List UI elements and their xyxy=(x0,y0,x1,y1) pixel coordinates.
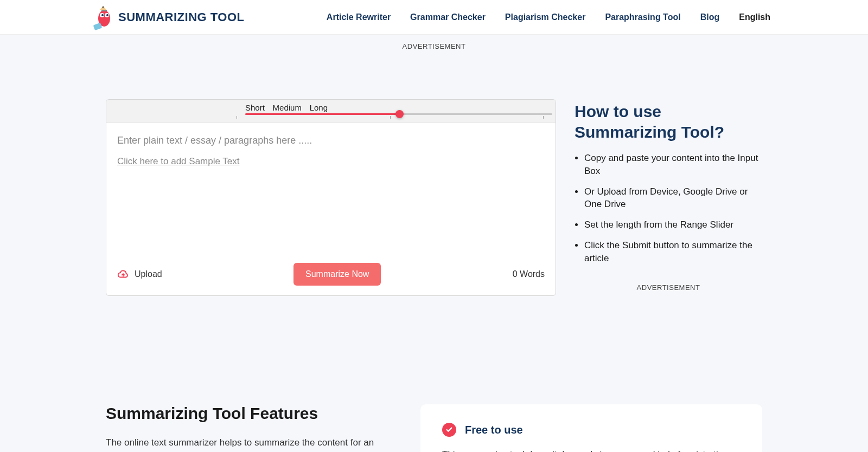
svg-point-4 xyxy=(106,14,108,16)
feature-description: This summarize tool doesn't demand signu… xyxy=(442,448,741,452)
features-card: Free to use This summarize tool doesn't … xyxy=(420,404,762,452)
main-container: Short Medium Long Enter plain text / ess… xyxy=(95,99,773,296)
word-count: 0 Words xyxy=(513,269,545,279)
howto-step: Or Upload from Device, Google Drive or O… xyxy=(584,185,762,211)
features-section: Summarizing Tool Features The online tex… xyxy=(95,404,773,452)
text-input-area[interactable]: Enter plain text / essay / paragraphs he… xyxy=(106,123,556,256)
howto-step: Copy and paste your content into the Inp… xyxy=(584,152,762,178)
upload-icon xyxy=(117,269,129,280)
logo[interactable]: SUMMARIZING TOOL xyxy=(92,4,244,30)
features-heading: Summarizing Tool Features xyxy=(106,404,388,423)
brand-name: SUMMARIZING TOOL xyxy=(118,10,244,24)
feature-title: Free to use xyxy=(465,424,523,436)
header: SUMMARIZING TOOL Article Rewriter Gramma… xyxy=(0,0,868,35)
svg-rect-8 xyxy=(101,10,107,11)
howto-steps: Copy and paste your content into the Inp… xyxy=(575,152,762,265)
length-slider-bar: Short Medium Long xyxy=(106,100,556,123)
sample-text-link[interactable]: Click here to add Sample Text xyxy=(117,156,240,167)
slider-fill xyxy=(245,113,399,115)
features-intro: Summarizing Tool Features The online tex… xyxy=(106,404,388,452)
ad-side-label: ADVERTISEMENT xyxy=(575,283,762,292)
check-icon xyxy=(442,423,456,437)
howto-step: Set the length from the Range Slider xyxy=(584,218,762,231)
upload-button[interactable]: Upload xyxy=(117,269,162,280)
howto-step: Click the Submit button to summarize the… xyxy=(584,239,762,265)
features-intro-text: The online text summarizer helps to summ… xyxy=(106,436,388,450)
upload-label: Upload xyxy=(135,269,162,279)
slider-ticks xyxy=(237,116,544,119)
slider-label-long: Long xyxy=(310,103,328,112)
nav-language[interactable]: English xyxy=(739,12,770,22)
slider-label-medium: Medium xyxy=(273,103,302,112)
summarizer-tool: Short Medium Long Enter plain text / ess… xyxy=(106,99,556,296)
howto-title: How to use Summarizing Tool? xyxy=(575,101,762,142)
svg-point-3 xyxy=(101,14,104,16)
length-slider[interactable] xyxy=(245,113,552,115)
nav-blog[interactable]: Blog xyxy=(700,12,720,22)
nav-plagiarism-checker[interactable]: Plagiarism Checker xyxy=(505,12,586,22)
slider-labels: Short Medium Long xyxy=(115,103,547,112)
summarize-button[interactable]: Summarize Now xyxy=(293,263,381,286)
nav-article-rewriter[interactable]: Article Rewriter xyxy=(327,12,391,22)
nav-grammar-checker[interactable]: Grammar Checker xyxy=(410,12,486,22)
ad-top-label: ADVERTISEMENT xyxy=(0,35,868,99)
slider-track-wrap xyxy=(115,113,547,115)
feature-item: Free to use xyxy=(442,423,741,437)
svg-marker-7 xyxy=(102,6,104,8)
slider-label-short: Short xyxy=(245,103,265,112)
bottom-toolbar: Upload Summarize Now 0 Words xyxy=(106,256,556,295)
main-nav: Article Rewriter Grammar Checker Plagiar… xyxy=(327,12,770,22)
input-placeholder: Enter plain text / essay / paragraphs he… xyxy=(117,135,545,146)
howto-sidebar: How to use Summarizing Tool? Copy and pa… xyxy=(575,99,762,296)
logo-icon xyxy=(92,4,114,30)
nav-paraphrasing-tool[interactable]: Paraphrasing Tool xyxy=(605,12,680,22)
